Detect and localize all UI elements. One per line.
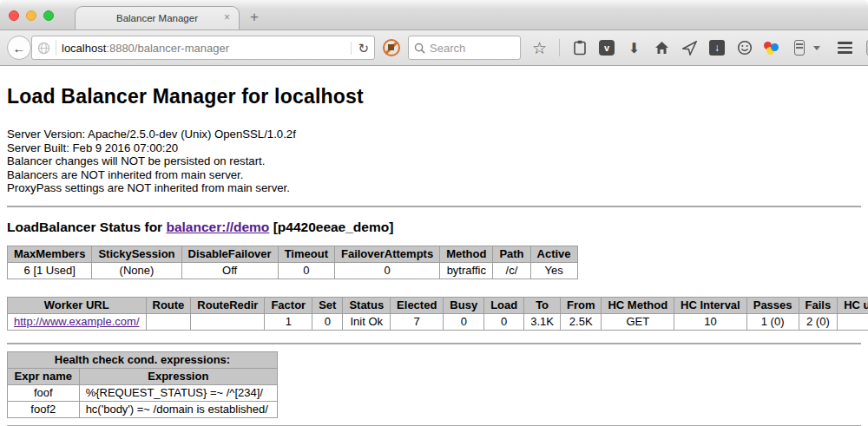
- back-button[interactable]: ←: [7, 36, 31, 60]
- column-header: HC Interval: [674, 297, 747, 313]
- column-header: FailoverAttempts: [334, 246, 439, 262]
- zoom-window-button[interactable]: [43, 10, 54, 21]
- home-icon[interactable]: [654, 40, 670, 56]
- table-cell: [191, 313, 265, 330]
- column-header: Worker URL: [8, 297, 147, 313]
- table-cell: 0: [312, 313, 343, 330]
- column-header: Expression: [79, 368, 277, 384]
- search-icon: [414, 43, 425, 54]
- table-cell: 0: [334, 262, 439, 279]
- table-cell: %{REQUEST_STATUS} =~ /^[234]/: [79, 384, 277, 401]
- column-header: Active: [530, 246, 577, 262]
- column-header: Route: [146, 297, 191, 313]
- column-header: StickySession: [92, 246, 181, 262]
- window-controls: [9, 10, 54, 21]
- server-info-line: Server Built: Feb 9 2016 07:00:20: [7, 141, 861, 155]
- site-identity-globe-icon[interactable]: [37, 42, 50, 55]
- table-cell: 2.5K: [560, 313, 602, 330]
- column-header: MaxMembers: [8, 246, 92, 262]
- table-cell: [838, 313, 868, 330]
- toolbar-icons: ☆ v ⬇ ↓: [531, 39, 820, 56]
- table-cell: 7: [391, 313, 444, 330]
- search-input[interactable]: [430, 42, 508, 55]
- colorful-dots-extension-icon[interactable]: [764, 40, 779, 56]
- table-cell: (None): [92, 262, 181, 279]
- column-header: HC uri: [838, 297, 868, 313]
- loadbalancer-heading: LoadBalancer Status for balancer://demo …: [7, 220, 861, 235]
- url-path: :8880/balancer-manager: [106, 42, 229, 55]
- menu-hamburger-icon[interactable]: [838, 42, 852, 54]
- column-header: Factor: [265, 297, 312, 313]
- table-cell: Yes: [530, 262, 577, 279]
- table-cell: foof: [8, 384, 80, 401]
- search-bar[interactable]: [408, 36, 521, 60]
- worker-url-link[interactable]: http://www.example.com/: [14, 315, 140, 328]
- reload-icon[interactable]: ↻: [351, 42, 369, 55]
- table-row: foof%{REQUEST_STATUS} =~ /^[234]/: [8, 384, 278, 401]
- column-header: Status: [343, 297, 391, 313]
- column-header: HC Method: [602, 297, 674, 313]
- tab-balancer-manager[interactable]: Balancer Manager ×: [75, 6, 240, 29]
- server-info-line: ProxyPass settings are NOT inherited fro…: [7, 181, 861, 195]
- tab-title: Balancer Manager: [116, 13, 198, 23]
- new-tab-button[interactable]: +: [250, 9, 259, 26]
- column-header: Passes: [746, 297, 799, 313]
- table-cell: 0: [278, 262, 334, 279]
- pocket-icon[interactable]: v: [599, 40, 615, 56]
- table-cell: 0: [444, 313, 484, 330]
- page-content: Load Balancer Manager for localhost Serv…: [0, 66, 868, 425]
- heading-suffix: [p4420eeae_demo]: [269, 220, 393, 234]
- health-check-table: Health check cond. expressions:Expr name…: [7, 351, 278, 418]
- url-bar[interactable]: localhost:8880/balancer-manager ↻: [31, 36, 375, 60]
- balancer-demo-link[interactable]: balancer://demo: [166, 220, 269, 234]
- bookmark-star-icon[interactable]: ☆: [531, 40, 548, 56]
- smiley-icon[interactable]: [736, 40, 753, 56]
- table-cell: 10: [674, 313, 747, 330]
- column-header: From: [560, 297, 602, 313]
- table-cell: 2 (0): [799, 313, 838, 330]
- downloads-arrow-icon[interactable]: ⬇: [626, 40, 642, 56]
- balancer-status-table: MaxMembersStickySessionDisableFailoverTi…: [7, 246, 578, 279]
- table-cell: foof2: [8, 401, 80, 417]
- url-separator: [56, 40, 56, 56]
- navigation-toolbar: ← localhost:8880/balancer-manager ↻ ☆: [0, 29, 868, 66]
- table-cell: 1: [265, 313, 312, 330]
- column-header: DisableFailover: [181, 246, 278, 262]
- table-cell: 1 (0): [746, 313, 799, 330]
- worker-table: Worker URLRouteRouteRedirFactorSetStatus…: [7, 297, 868, 331]
- minimize-window-button[interactable]: [26, 10, 36, 21]
- column-header: Timeout: [278, 246, 334, 262]
- table-cell: [146, 313, 191, 330]
- table-cell: Off: [181, 262, 278, 279]
- tab-strip: Balancer Manager × +: [0, 0, 868, 29]
- column-header: Busy: [444, 297, 484, 313]
- table-cell: 0: [484, 313, 524, 330]
- url-text[interactable]: localhost:8880/balancer-manager: [62, 42, 345, 55]
- plugin-blocked-icon[interactable]: [383, 39, 400, 56]
- server-info-line: Balancer changes will NOT be persisted o…: [7, 154, 861, 168]
- url-host: localhost: [62, 42, 106, 55]
- heading-prefix: LoadBalancer Status for: [7, 220, 166, 234]
- table-cell: hc('body') =~ /domain is established/: [79, 401, 277, 417]
- table-cell: Init Ok: [343, 313, 391, 330]
- close-window-button[interactable]: [9, 10, 19, 21]
- table-cell: /c/: [493, 262, 530, 279]
- column-header: Method: [440, 246, 493, 262]
- table-row: 6 [1 Used](None)Off00bytraffic/c/Yes: [8, 262, 578, 279]
- column-header: Set: [312, 297, 343, 313]
- send-plane-icon[interactable]: [681, 40, 698, 56]
- chevron-down-icon[interactable]: [813, 46, 820, 50]
- table-row: foof2hc('body') =~ /domain is establishe…: [8, 401, 278, 417]
- tab-close-icon[interactable]: ×: [224, 12, 230, 23]
- download-manager-icon[interactable]: ↓: [709, 40, 725, 56]
- browser-window: Balancer Manager × + ← localhost:8880/ba…: [0, 0, 868, 426]
- table-row: http://www.example.com/10Init Ok7003.1K2…: [8, 313, 868, 330]
- table-cell: http://www.example.com/: [8, 313, 147, 330]
- table-cell: 6 [1 Used]: [8, 262, 92, 279]
- clipboard-icon[interactable]: [571, 40, 588, 56]
- column-header: Elected: [391, 297, 444, 313]
- toolbar-divider: [559, 39, 560, 56]
- table-cell: 3.1K: [524, 313, 561, 330]
- column-header: To: [524, 297, 561, 313]
- battery-extension-icon[interactable]: [791, 40, 807, 56]
